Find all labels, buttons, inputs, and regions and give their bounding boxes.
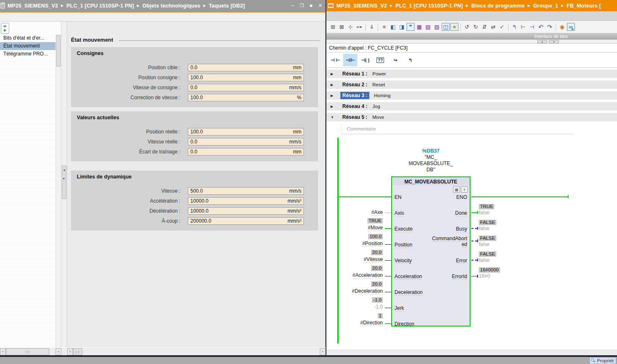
scroll-left-icon[interactable]: ‹	[0, 348, 6, 355]
pin-commandaborted[interactable]: CommandAborted	[432, 236, 467, 247]
expand-triangle-icon[interactable]: ▶	[331, 83, 335, 87]
collapse-triangle-icon[interactable]: ▼	[331, 115, 335, 119]
pin-acceleration[interactable]: Acceleration	[394, 274, 422, 279]
scroll-right-icon[interactable]: ›	[56, 348, 61, 355]
scroll-left-icon[interactable]: ‹	[67, 348, 73, 355]
restore-button[interactable]: ❐	[298, 3, 305, 8]
pane-splitter[interactable]: ◄ ►	[61, 22, 67, 347]
undo-icon[interactable]: ↶	[537, 23, 545, 31]
favorites-toggle-icon[interactable]: ★	[450, 23, 458, 31]
breadcrumb-plc[interactable]: PLC_1 [CPU 1510SP-1 PN]	[395, 3, 463, 9]
operand-display-toggle-icon[interactable]: ◫	[442, 23, 450, 31]
keep-actual-values-icon[interactable]: ⇓	[368, 23, 376, 31]
commandaborted-operand[interactable]: false	[479, 241, 489, 247]
deceleration-operand[interactable]: #Deceleration	[352, 288, 383, 294]
expand-triangle-icon[interactable]: ▶	[331, 105, 335, 108]
nav-scrollbar-thumb[interactable]	[56, 35, 61, 67]
deceleration-field[interactable]: 10000.0 mm/s²	[188, 207, 304, 215]
position-operand[interactable]: #Position	[362, 241, 383, 247]
call-structure-icon[interactable]: ⊢	[519, 23, 527, 31]
acceleration-field[interactable]: 10000.0 mm/s²	[188, 197, 304, 205]
vitesse-limite-field[interactable]: 500.0 mm/s	[188, 187, 304, 195]
scrollbar-thumb[interactable]: ||||	[73, 348, 82, 355]
acceleration-operand[interactable]: #Acceleration	[352, 272, 383, 279]
close-branch-button[interactable]: ↰	[403, 54, 417, 66]
symbolic-operands-icon[interactable]: ▧	[424, 23, 432, 31]
monitoring-glasses-icon[interactable]: ∞ ▶	[1, 23, 9, 34]
closed-contact-button[interactable]: ⊣/⊢	[343, 54, 357, 66]
minimize-button[interactable]: ─	[289, 3, 296, 8]
splitter-collapse-left-icon[interactable]: ◄	[62, 166, 66, 174]
errorid-operand[interactable]: 16#0	[479, 273, 490, 279]
a-coup-field[interactable]: 200000.0 mm/s³	[188, 217, 304, 225]
pin-velocity[interactable]: Velocity	[394, 258, 412, 264]
network-comment-input[interactable]: Commentaire	[341, 124, 574, 134]
expand-network-icon[interactable]: ◧	[389, 23, 397, 31]
axis-operand[interactable]: #Axe	[372, 209, 383, 216]
network-3-header[interactable]: ▶ Réseau 3 : Homing	[326, 91, 617, 100]
breadcrumb-tech-objects[interactable]: Objets technologiques	[142, 3, 200, 9]
velocity-operand[interactable]: #Vitesse	[364, 256, 383, 263]
splitter-grip[interactable]: ◄ ►	[62, 166, 66, 199]
vitesse-reelle-field[interactable]: 0.0 mm/s	[188, 138, 304, 146]
mc-moveabsolute-block[interactable]: MC_MOVEABSOLUTE ▦ ⚕ EN ENO Axis Execute …	[391, 176, 470, 326]
search-icon[interactable]: ◉	[558, 23, 566, 31]
update-interface-icon[interactable]: ⇄	[489, 23, 497, 31]
empty-box-button[interactable]: ??	[373, 54, 387, 66]
pin-position[interactable]: Position	[394, 242, 412, 248]
done-operand[interactable]: false	[479, 210, 489, 216]
position-cible-field[interactable]: 0.0 mm	[188, 64, 304, 71]
splitter-collapse-right-icon[interactable]: ►	[62, 174, 66, 183]
next-error-icon[interactable]: ↻	[472, 23, 480, 31]
expand-triangle-icon[interactable]: ▶	[331, 94, 335, 98]
close-network-icon[interactable]: ◨	[398, 23, 406, 31]
delete-network-icon[interactable]: ⊠	[338, 23, 346, 31]
interface-expand-down-icon[interactable]: ▼	[549, 40, 559, 43]
pin-axis[interactable]: Axis	[394, 210, 404, 216]
content-horizontal-scrollbar[interactable]: ‹ |||| ›	[67, 348, 326, 355]
left-titlebar[interactable]: MP25_SIEMENS_V2 ▶ PLC_1 [CPU 1510SP-1 PN…	[0, 0, 325, 11]
pin-jerk[interactable]: Jerk	[394, 305, 404, 311]
nav-item-motion-status[interactable]: État mouvement	[0, 42, 56, 50]
insert-row-icon[interactable]: ⊹	[346, 23, 354, 31]
update-block-calls-icon[interactable]: ⇵	[480, 23, 488, 31]
jump-to-caller-icon[interactable]: ↰	[511, 23, 518, 31]
direction-operand[interactable]: #Direction	[360, 320, 383, 326]
network-1-header[interactable]: ▶ Réseau 1 : Power	[326, 70, 617, 78]
network-5-header[interactable]: ▼ Réseau 5 : Move	[326, 113, 617, 121]
redo-icon[interactable]: ↷	[546, 23, 554, 31]
breadcrumb-groupe1[interactable]: Groupe_1	[533, 3, 558, 9]
pin-errorid[interactable]: ErrorId	[452, 274, 467, 279]
pin-deceleration[interactable]: Deceleration	[394, 289, 422, 295]
open-contact-button[interactable]: ⊣ ⊢	[328, 54, 342, 66]
busy-operand[interactable]: false	[479, 226, 489, 231]
instance-db-label[interactable]: %DB37 "MC_ MOVEABSOLUTE_ DB"	[391, 148, 470, 173]
pin-execute[interactable]: Execute	[394, 226, 412, 232]
network-4-header[interactable]: ▶ Réseau 4 : Jog	[326, 102, 617, 110]
properties-tab[interactable]: Propriét	[589, 357, 616, 364]
breadcrumb-project[interactable]: MP25_SIEMENS_V2	[8, 3, 58, 9]
error-operand[interactable]: false	[479, 257, 489, 263]
breadcrumb-project[interactable]: MP25_SIEMENS_V2	[336, 3, 387, 9]
nav-horizontal-scrollbar[interactable]: ‹ |||| ›	[0, 348, 61, 355]
breadcrumb-taquets[interactable]: Taquets [DB2]	[209, 3, 245, 9]
know-how-protection-icon[interactable]: ▦	[453, 186, 460, 193]
interface-expand-up-icon[interactable]: ▲	[537, 40, 547, 43]
breadcrumb-fb-moteurs[interactable]: FB_Moteurs [	[566, 3, 601, 9]
diagnostics-icon[interactable]: ⚕	[461, 186, 468, 193]
breadcrumb-program-blocks[interactable]: Blocs de programme	[471, 3, 525, 9]
nav-item-telegram[interactable]: Télégramme PRO...	[0, 50, 56, 58]
scrollbar-thumb[interactable]: ||||	[6, 348, 49, 355]
insert-network-icon[interactable]: ⊞	[329, 23, 337, 31]
pin-busy[interactable]: Busy	[456, 226, 467, 232]
nav-item-status-bits[interactable]: Bits d'état et d'er...	[0, 34, 56, 42]
position-reelle-field[interactable]: 100.0 mm	[188, 128, 304, 136]
cross-reference-icon[interactable]: ⊣	[528, 23, 536, 31]
vitesse-consigne-field[interactable]: 0.0 mm/s	[188, 84, 304, 91]
position-consigne-field[interactable]: 100.0 mm	[188, 74, 304, 81]
network-comments-toggle-icon[interactable]: ❞	[407, 23, 415, 31]
nav-scrollbar[interactable]	[56, 34, 61, 347]
correction-vitesse-field[interactable]: 100.0 %	[188, 94, 304, 101]
operand-format-icon[interactable]: ▨	[433, 23, 441, 31]
pin-error[interactable]: Error	[456, 258, 467, 264]
